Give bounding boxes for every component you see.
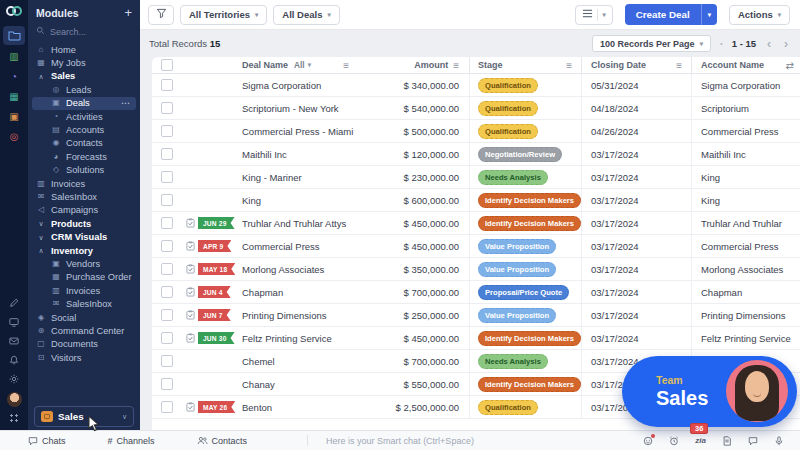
sidebar-item-products[interactable]: ∨Products bbox=[28, 217, 140, 230]
table-row[interactable]: Sigma Corporation$ 340,000.00Qualificati… bbox=[152, 74, 800, 97]
prev-page-button[interactable]: ‹ bbox=[765, 38, 773, 50]
table-row[interactable]: Commercial Press - Miami$ 500,000.00Qual… bbox=[152, 120, 800, 143]
territories-dropdown[interactable]: All Territories ▾ bbox=[180, 5, 267, 25]
row-checkbox[interactable] bbox=[161, 401, 173, 413]
reminders-clock-icon[interactable] bbox=[669, 436, 679, 446]
sidebar-item-invoices[interactable]: ▥Invoices bbox=[28, 177, 140, 190]
account-name[interactable]: Maithili Inc bbox=[701, 149, 746, 160]
row-checkbox[interactable] bbox=[161, 79, 173, 91]
row-checkbox[interactable] bbox=[161, 240, 173, 252]
screen-share-icon[interactable] bbox=[3, 313, 25, 331]
channels-tab[interactable]: #Channels bbox=[108, 436, 155, 446]
table-row[interactable]: JUN 30Feltz Printing Service$ 450,000.00… bbox=[152, 327, 800, 350]
more-options-icon[interactable]: ⋯ bbox=[121, 99, 130, 108]
smart-chat-input[interactable]: Here is your Smart chat (Ctrl+Space) bbox=[326, 436, 474, 446]
deal-name-filter-dropdown[interactable]: All▾ bbox=[294, 60, 311, 70]
row-checkbox[interactable] bbox=[161, 263, 173, 275]
deal-name-link[interactable]: Printing Dimensions bbox=[242, 310, 326, 321]
modules-folder-icon[interactable] bbox=[3, 26, 25, 45]
user-avatar[interactable] bbox=[7, 392, 22, 407]
sidebar-item-social[interactable]: ◈Social bbox=[28, 311, 140, 324]
account-name[interactable]: Chapman bbox=[701, 287, 742, 298]
table-row[interactable]: MAY 18Morlong Associates$ 350,000.00Valu… bbox=[152, 258, 800, 281]
sidebar-item-salesinbox[interactable]: ✉SalesInbox bbox=[28, 297, 140, 310]
sidebar-search-input[interactable]: Search... bbox=[28, 23, 140, 43]
sidebar-item-contacts[interactable]: ◉Contacts bbox=[28, 137, 140, 150]
column-closing-date[interactable]: Closing Date bbox=[591, 60, 646, 70]
chat-bubble-icon[interactable] bbox=[748, 436, 758, 446]
row-checkbox[interactable] bbox=[161, 309, 173, 321]
table-row[interactable]: Maithili Inc$ 120,000.00Negotiation/Revi… bbox=[152, 143, 800, 166]
account-name[interactable]: Truhlar And Truhlar bbox=[701, 218, 782, 229]
sidebar-item-accounts[interactable]: ▤Accounts bbox=[28, 123, 140, 136]
deal-name-link[interactable]: King bbox=[242, 195, 261, 206]
sidebar-item-my-jobs[interactable]: ▦My Jobs bbox=[28, 56, 140, 69]
column-menu-icon[interactable]: ≡ bbox=[676, 60, 691, 71]
table-row[interactable]: King$ 600,000.00Identify Decision Makers… bbox=[152, 189, 800, 212]
deal-name-link[interactable]: Maithili Inc bbox=[242, 149, 287, 160]
column-stage[interactable]: Stage bbox=[478, 60, 503, 70]
row-checkbox[interactable] bbox=[161, 102, 173, 114]
store-icon[interactable]: ▣ bbox=[3, 107, 25, 126]
row-checkbox[interactable] bbox=[161, 171, 173, 183]
column-menu-icon[interactable]: ≡ bbox=[453, 60, 459, 71]
account-name[interactable]: Printing Dimensions bbox=[701, 310, 785, 321]
column-account-name[interactable]: Account Name bbox=[701, 60, 764, 70]
select-all-checkbox[interactable] bbox=[161, 59, 173, 71]
records-per-page-dropdown[interactable]: 100 Records Per Page ▾ bbox=[592, 35, 711, 52]
deal-name-link[interactable]: Chanay bbox=[242, 379, 275, 390]
notifications-bell-icon[interactable] bbox=[3, 351, 25, 369]
sidebar-item-activities[interactable]: ◔Activities bbox=[28, 110, 140, 123]
clock-icon[interactable]: ◔ bbox=[3, 67, 25, 86]
sidebar-item-crm-visuals[interactable]: ∨CRM Visuals bbox=[28, 230, 140, 243]
sidebar-item-forecasts[interactable]: ◕Forecasts bbox=[28, 150, 140, 163]
deal-name-link[interactable]: Chapman bbox=[242, 287, 283, 298]
next-page-button[interactable]: › bbox=[782, 38, 790, 50]
account-name[interactable]: Scriptorium bbox=[701, 103, 749, 114]
deal-name-link[interactable]: Chemel bbox=[242, 356, 275, 367]
account-name[interactable]: Morlong Associates bbox=[701, 264, 783, 275]
row-checkbox[interactable] bbox=[161, 194, 173, 206]
analytics-icon[interactable]: ▥ bbox=[3, 47, 25, 66]
sidebar-item-inventory[interactable]: ∧Inventory bbox=[28, 244, 140, 257]
deal-name-link[interactable]: Commercial Press - Miami bbox=[242, 126, 353, 137]
account-name[interactable]: Sigma Corporation bbox=[701, 80, 780, 91]
chats-tab[interactable]: Chats bbox=[28, 436, 66, 446]
sidebar-item-command-center[interactable]: ⊛Command Center bbox=[28, 324, 140, 337]
status-smiley-icon[interactable] bbox=[643, 436, 653, 446]
sidebar-item-sales[interactable]: ∧Sales bbox=[28, 70, 140, 83]
table-row[interactable]: APR 9Commercial Press$ 450,000.00Value P… bbox=[152, 235, 800, 258]
sidebar-item-deals[interactable]: ▣Deals⋯ bbox=[32, 97, 136, 110]
manage-columns-icon[interactable]: ⇄ bbox=[786, 60, 794, 71]
row-checkbox[interactable] bbox=[161, 286, 173, 298]
module-switcher[interactable]: Sales ∨ bbox=[34, 406, 134, 427]
list-view-selector[interactable]: ▾ bbox=[575, 5, 612, 25]
sidebar-item-solutions[interactable]: ◇Solutions bbox=[28, 164, 140, 177]
deal-name-link[interactable]: Truhlar And Truhlar Attys bbox=[242, 218, 346, 229]
deal-name-link[interactable]: Sigma Corporation bbox=[242, 80, 321, 91]
account-name[interactable]: King bbox=[701, 172, 720, 183]
sidebar-item-visitors[interactable]: ⊡Visitors bbox=[28, 351, 140, 364]
sidebar-item-vendors[interactable]: ▣Vendors bbox=[28, 257, 140, 270]
account-name[interactable]: Commercial Press bbox=[701, 126, 779, 137]
microphone-icon[interactable] bbox=[774, 436, 784, 446]
planner-icon[interactable]: ▦ bbox=[3, 87, 25, 106]
deal-view-dropdown[interactable]: All Deals ▾ bbox=[273, 5, 339, 25]
add-module-button[interactable]: + bbox=[124, 8, 132, 18]
deal-name-link[interactable]: Scriptorium - New York bbox=[242, 103, 339, 114]
compose-icon[interactable] bbox=[3, 294, 25, 312]
table-row[interactable]: JUN 4Chapman$ 700,000.00Proposal/Price Q… bbox=[152, 281, 800, 304]
filter-button[interactable] bbox=[148, 5, 174, 25]
row-checkbox[interactable] bbox=[161, 332, 173, 344]
row-checkbox[interactable] bbox=[161, 355, 173, 367]
zoho-logo[interactable] bbox=[6, 4, 23, 19]
sidebar-item-leads[interactable]: ◎Leads bbox=[28, 83, 140, 96]
deal-name-link[interactable]: Morlong Associates bbox=[242, 264, 324, 275]
table-row[interactable]: King - Mariner$ 230,000.00Needs Analysis… bbox=[152, 166, 800, 189]
deal-name-link[interactable]: Benton bbox=[242, 402, 272, 413]
apps-grid-icon[interactable] bbox=[9, 413, 20, 424]
sidebar-item-documents[interactable]: ▢Documents bbox=[28, 338, 140, 351]
target-icon[interactable]: ◎ bbox=[3, 127, 25, 146]
table-row[interactable]: JUN 29Truhlar And Truhlar Attys$ 450,000… bbox=[152, 212, 800, 235]
row-checkbox[interactable] bbox=[161, 125, 173, 137]
